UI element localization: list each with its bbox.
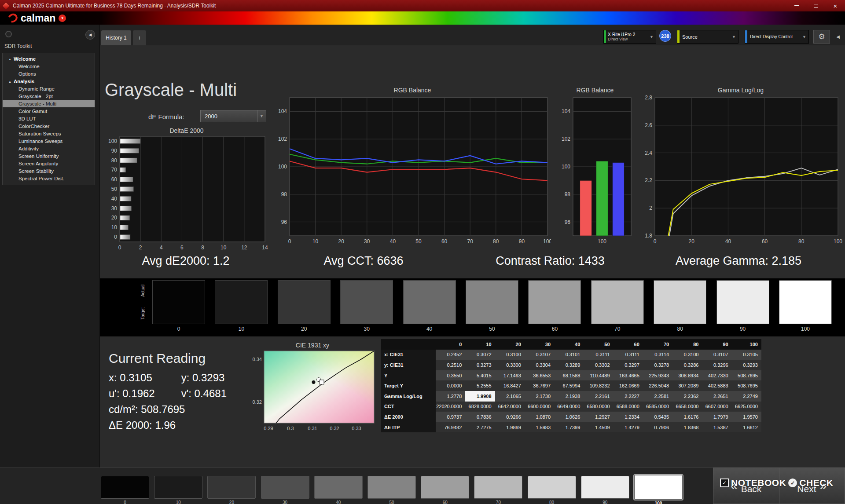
- sidebar-section-label: Welcome: [14, 56, 36, 62]
- svg-text:20: 20: [338, 238, 345, 245]
- svg-text:70: 70: [111, 167, 118, 173]
- patch-label: 90: [581, 500, 629, 504]
- sidebar-item-screen-uniformity[interactable]: Screen Uniformity: [3, 152, 95, 160]
- sidebar-item-3d-lut[interactable]: 3D LUT: [3, 115, 95, 122]
- table-cell: 1.2778: [436, 391, 465, 402]
- table-cell: 1.7399: [554, 422, 584, 433]
- sidebar-item-additivity[interactable]: Additivity: [3, 145, 95, 152]
- table-row-label: x: CIE31: [381, 350, 436, 360]
- calman-menu-button[interactable]: ▼: [59, 15, 66, 22]
- table-column-header: 80: [672, 339, 702, 350]
- chevron-down-icon: ▼: [800, 35, 808, 39]
- sidebar-item-luminance-sweeps[interactable]: Luminance Sweeps: [3, 137, 95, 145]
- pattern-level-50-button[interactable]: 50: [367, 476, 416, 504]
- svg-text:96: 96: [281, 219, 287, 225]
- deltae-plot: 024681012141009080706050403020100: [100, 135, 273, 254]
- sidebar-item-screen-stability[interactable]: Screen Stability: [3, 167, 95, 175]
- patch-label: 30: [261, 500, 309, 504]
- pattern-level-10-button[interactable]: 10: [154, 476, 202, 504]
- table-cell: 1.4279: [614, 422, 643, 433]
- stat-contrast: Contrast Ratio: 1433: [496, 254, 605, 268]
- pattern-level-100-button[interactable]: 100: [634, 476, 683, 504]
- svg-text:0.31: 0.31: [308, 426, 317, 431]
- svg-text:60: 60: [762, 238, 768, 245]
- minimize-button[interactable]: [787, 0, 806, 11]
- table-cell: 0.3293: [732, 360, 761, 370]
- swatch-color: [591, 280, 644, 324]
- table-cell: 0.3297: [614, 360, 643, 370]
- swatch-label: 90: [716, 326, 769, 332]
- patch-label: 100: [634, 501, 683, 504]
- window-controls: ×: [787, 0, 845, 11]
- svg-text:0: 0: [118, 245, 121, 251]
- meter-selector[interactable]: X-Rite i1Pro 2 Direct View ▼: [603, 30, 656, 44]
- pattern-level-80-button[interactable]: 80: [528, 476, 576, 504]
- table-cell: 0.3100: [672, 350, 702, 360]
- calman-logo[interactable]: calman ▼: [8, 12, 66, 24]
- source-selector[interactable]: Source ▼: [677, 30, 738, 44]
- stat-avg-cct: Avg CCT: 6636: [323, 254, 403, 268]
- sidebar-item-grayscale-multi[interactable]: Grayscale - Multi: [3, 100, 95, 107]
- display-control-label: Direct Display Control: [747, 34, 795, 39]
- patch-label: 80: [528, 500, 576, 504]
- table-column-header: 0: [436, 339, 465, 350]
- sidebar-section-analysis[interactable]: ▲Analysis: [3, 77, 95, 85]
- display-control-selector[interactable]: Direct Display Control ▼: [745, 30, 809, 44]
- table-cell: 307.2089: [672, 380, 702, 391]
- tab-history-1[interactable]: History 1: [101, 30, 131, 45]
- swatch-color: [654, 280, 706, 324]
- table-cell: 0.7906: [643, 422, 672, 433]
- de-formula-label: dE Formula:: [148, 113, 184, 121]
- table-cell: 0.3296: [702, 360, 731, 370]
- sidebar-section-welcome[interactable]: ▲Welcome: [3, 55, 95, 62]
- svg-text:0.32: 0.32: [253, 399, 262, 405]
- gamma-chart: Gamma Log/Log 0204060801001.822.22.42.62…: [639, 86, 842, 250]
- svg-text:0.34: 0.34: [253, 357, 262, 362]
- sidebar-item-grayscale-2pt[interactable]: Grayscale - 2pt: [3, 92, 95, 100]
- pattern-level-0-button[interactable]: 0: [101, 476, 149, 504]
- pattern-level-70-button[interactable]: 70: [474, 476, 522, 504]
- swatch-color: [215, 280, 268, 324]
- reading-v: v': 0.4681: [181, 387, 227, 399]
- sidebar-item-saturation-sweeps[interactable]: Saturation Sweeps: [3, 130, 95, 137]
- sidebar-item-color-gamut[interactable]: Color Gamut: [3, 107, 95, 115]
- svg-text:96: 96: [565, 219, 571, 225]
- sidebar-item-screen-angularity[interactable]: Screen Angularity: [3, 160, 95, 167]
- sidebar-item-welcome[interactable]: Welcome: [3, 62, 95, 70]
- sidebar-item-options[interactable]: Options: [3, 70, 95, 77]
- de-formula-select[interactable]: 2000 ▼: [200, 110, 266, 122]
- svg-text:2: 2: [139, 245, 142, 251]
- stat-average-gamma: Average Gamma: 2.185: [676, 254, 801, 268]
- table-cell: 0.2452: [436, 350, 465, 360]
- pattern-level-90-button[interactable]: 90: [581, 476, 629, 504]
- swatch-color: [278, 280, 331, 324]
- table-cell: 6600.0000: [525, 402, 554, 412]
- settings-button[interactable]: ⚙: [813, 30, 830, 44]
- pattern-level-30-button[interactable]: 30: [261, 476, 309, 504]
- table-cell: 16.8427: [495, 380, 525, 391]
- table-cell: 0.5435: [643, 412, 672, 422]
- chevron-left-icon: ◀: [836, 34, 840, 39]
- add-tab-button[interactable]: +: [133, 30, 146, 45]
- patch-label: 50: [367, 500, 416, 504]
- swatch-label: 50: [466, 326, 518, 332]
- page-title: Grayscale - Multi: [105, 80, 237, 100]
- sidebar-item-spectral-power-dist[interactable]: Spectral Power Dist.: [3, 175, 95, 182]
- maximize-button[interactable]: [806, 0, 826, 11]
- workflow-options-button[interactable]: [5, 31, 12, 37]
- sidebar-collapse-button[interactable]: ◀: [85, 30, 95, 40]
- calman-logo-text: calman: [21, 13, 55, 23]
- pattern-level-40-button[interactable]: 40: [314, 476, 363, 504]
- meter-count-badge: 238: [659, 30, 671, 42]
- swatch-label: 80: [654, 326, 706, 332]
- pattern-level-60-button[interactable]: 60: [421, 476, 469, 504]
- pattern-level-20-button[interactable]: 20: [207, 476, 256, 504]
- collapse-toolbar-button[interactable]: ◀: [833, 30, 843, 44]
- table-cell: 1.5983: [525, 422, 554, 433]
- notebookcheck-circle-icon: ✓: [788, 478, 797, 487]
- grayscale-swatch-0: 0: [152, 280, 205, 332]
- sidebar-item-colorchecker[interactable]: ColorChecker: [3, 122, 95, 130]
- source-label: Source: [680, 34, 700, 40]
- close-button[interactable]: ×: [826, 0, 845, 11]
- sidebar-item-dynamic-range[interactable]: Dynamic Range: [3, 85, 95, 92]
